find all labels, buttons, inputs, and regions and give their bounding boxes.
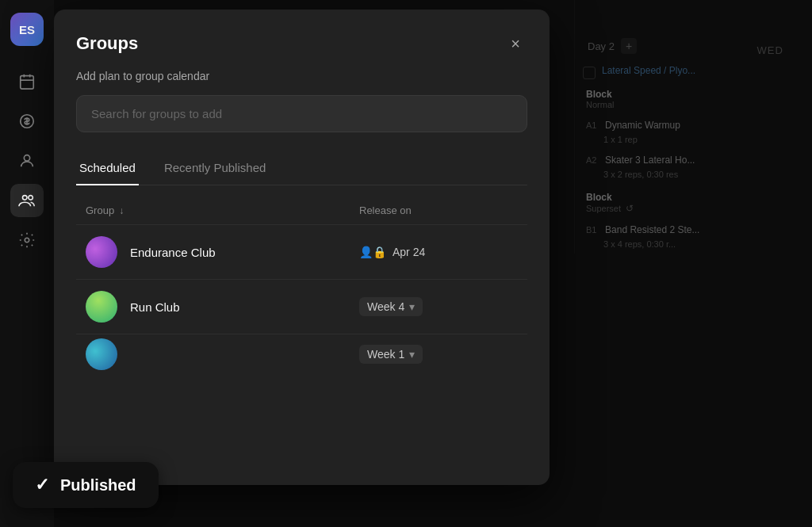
tab-recently-published[interactable]: Recently Published [161,151,269,185]
sidebar-item-calendar[interactable] [10,65,44,98]
run-club-chevron-icon: ▾ [409,300,415,313]
col-group-header[interactable]: Group ↓ [86,204,359,216]
run-club-release-dropdown[interactable]: Week 4 ▾ [359,297,423,316]
col-release-header: Release on [359,204,518,216]
user-avatar[interactable]: ES [10,13,44,46]
sidebar: ES [0,0,54,527]
endurance-club-release-date: Apr 24 [393,246,425,258]
endurance-club-release: 👤🔒 Apr 24 [359,246,518,258]
col-group-label: Group [86,204,114,216]
run-club-release: Week 4 ▾ [359,297,518,316]
svg-point-6 [24,155,29,161]
release-person-lock-icon: 👤🔒 [359,246,386,258]
third-club-avatar [86,338,117,370]
search-input-wrap [76,95,527,132]
sidebar-item-person[interactable] [10,144,44,178]
col-release-label: Release on [359,204,412,216]
run-club-release-value: Week 4 [367,300,404,313]
svg-point-7 [23,196,28,200]
endurance-club-avatar [86,236,117,268]
run-club-avatar [86,291,117,323]
modal-close-button[interactable]: × [504,32,527,55]
sidebar-item-settings[interactable] [10,223,44,257]
groups-modal: Groups × Add plan to group calendar Sche… [54,10,550,485]
endurance-club-name: Endurance Club [130,246,359,259]
sidebar-item-dollar[interactable] [10,105,44,138]
third-club-chevron-icon: ▾ [409,348,415,361]
third-club-release: Week 1 ▾ [359,345,518,364]
svg-point-9 [25,238,29,242]
group-row-endurance: Endurance Club 👤🔒 Apr 24 [76,224,527,279]
sidebar-item-groups[interactable] [10,184,44,217]
modal-subtitle: Add plan to group calendar [76,70,527,82]
search-input[interactable] [76,95,527,132]
toast-label: Published [60,476,136,495]
published-toast: ✓ Published [13,462,159,508]
modal-title: Groups [76,33,138,54]
group-row-run: Run Club Week 4 ▾ [76,279,527,334]
sort-icon: ↓ [119,205,124,216]
group-row-third: Week 1 ▾ [76,334,527,373]
toast-check-icon: ✓ [35,475,49,495]
third-club-release-value: Week 1 [367,348,404,361]
svg-point-8 [29,196,33,200]
tabs-bar: Scheduled Recently Published [76,151,527,185]
modal-header: Groups × [76,32,527,55]
third-club-release-dropdown[interactable]: Week 1 ▾ [359,345,423,364]
table-header: Group ↓ Release on [76,204,527,224]
svg-rect-0 [21,76,34,90]
tab-scheduled[interactable]: Scheduled [76,151,139,185]
run-club-name: Run Club [130,300,359,314]
